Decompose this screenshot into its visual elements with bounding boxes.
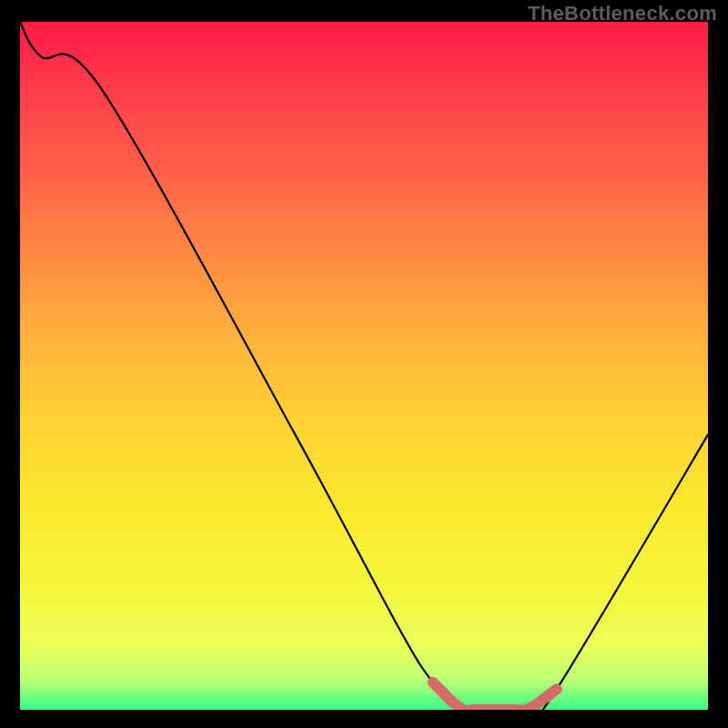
- bottleneck-gradient-background: [20, 22, 708, 710]
- attribution-text: TheBottleneck.com: [528, 2, 717, 25]
- chart-plot-area: [20, 22, 708, 710]
